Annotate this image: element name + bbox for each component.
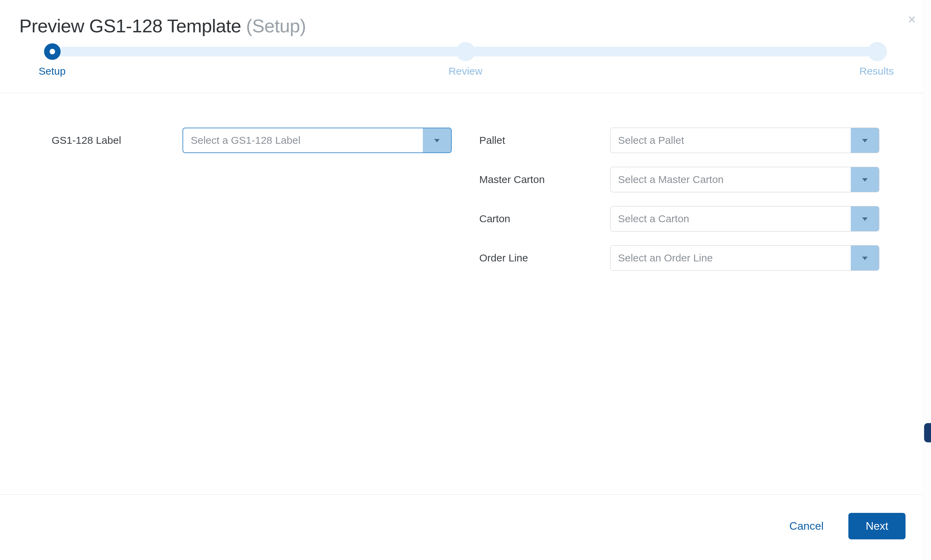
chevron-down-icon <box>851 206 879 231</box>
field-master-carton: Master Carton Select a Master Carton <box>479 167 879 192</box>
side-tab-icon[interactable] <box>924 423 931 442</box>
step-label-setup[interactable]: Setup <box>39 65 65 77</box>
chevron-down-icon <box>851 167 879 192</box>
title-main: Preview GS1-128 Template <box>19 15 241 36</box>
label-pallet: Pallet <box>479 134 610 146</box>
field-pallet: Pallet Select a Pallet <box>479 128 879 153</box>
select-gs1-placeholder: Select a GS1-128 Label <box>183 134 423 146</box>
select-carton-placeholder: Select a Carton <box>610 213 851 225</box>
close-button[interactable]: × <box>908 12 916 26</box>
label-carton: Carton <box>479 213 610 225</box>
scrollbar-track[interactable] <box>923 0 931 560</box>
label-master-carton: Master Carton <box>479 174 610 185</box>
label-order-line: Order Line <box>479 252 610 264</box>
title-step: (Setup) <box>246 15 306 36</box>
step-label-review[interactable]: Review <box>449 65 482 77</box>
next-button[interactable]: Next <box>848 513 906 539</box>
select-master-carton[interactable]: Select a Master Carton <box>610 167 879 192</box>
step-label-results[interactable]: Results <box>859 65 894 77</box>
select-pallet[interactable]: Select a Pallet <box>610 128 879 153</box>
form-column-left: GS1-128 Label Select a GS1-128 Label <box>52 128 465 271</box>
select-gs1-label[interactable]: Select a GS1-128 Label <box>182 128 452 153</box>
modal-footer: Cancel Next <box>789 513 906 539</box>
field-order-line: Order Line Select an Order Line <box>479 245 879 271</box>
step-dot-setup[interactable] <box>44 43 60 60</box>
form-area: GS1-128 Label Select a GS1-128 Label Pal… <box>0 93 931 271</box>
stepper-labels: Setup Review Results <box>44 65 887 79</box>
field-gs1-label: GS1-128 Label Select a GS1-128 Label <box>52 128 452 153</box>
step-dot-review[interactable] <box>456 42 475 61</box>
select-master-carton-placeholder: Select a Master Carton <box>610 174 851 185</box>
page-title: Preview GS1-128 Template (Setup) <box>19 15 912 37</box>
chevron-down-icon <box>423 128 451 152</box>
step-dot-results[interactable] <box>868 42 887 61</box>
form-column-right: Pallet Select a Pallet Master Carton Sel… <box>465 128 879 271</box>
select-carton[interactable]: Select a Carton <box>610 206 879 231</box>
select-order-line[interactable]: Select an Order Line <box>610 245 879 271</box>
select-pallet-placeholder: Select a Pallet <box>610 134 851 146</box>
preview-template-modal: × Preview GS1-128 Template (Setup) Setup… <box>0 0 931 560</box>
close-icon: × <box>908 12 916 27</box>
stepper: Setup Review Results <box>0 37 931 79</box>
select-order-line-placeholder: Select an Order Line <box>610 252 851 264</box>
cancel-button[interactable]: Cancel <box>789 520 824 532</box>
stepper-bar <box>44 47 887 56</box>
footer-divider <box>0 494 923 495</box>
field-carton: Carton Select a Carton <box>479 206 879 231</box>
chevron-down-icon <box>851 246 879 270</box>
modal-header: Preview GS1-128 Template (Setup) <box>0 0 931 37</box>
label-gs1: GS1-128 Label <box>52 134 182 146</box>
chevron-down-icon <box>851 128 879 153</box>
